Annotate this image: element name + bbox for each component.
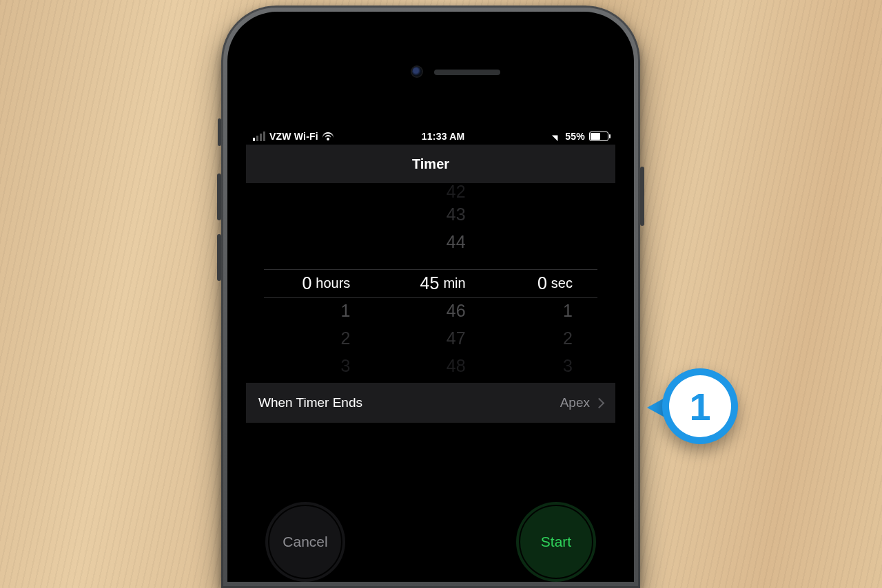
status-time: 11:33 AM [422, 131, 465, 142]
iphone-frame: VZW Wi-Fi 11:33 AM 55% Timer [221, 6, 640, 588]
battery-pct: 55% [565, 131, 585, 142]
when-timer-ends-value: Apex [560, 395, 590, 410]
callout-number: 1 [689, 384, 710, 429]
start-button[interactable]: Start [516, 502, 596, 582]
seconds-unit: sec [551, 275, 573, 291]
minutes-unit: min [443, 275, 465, 291]
seconds-value: 0 [529, 273, 547, 293]
power-button [640, 167, 644, 226]
mute-switch [218, 118, 221, 146]
battery-icon [589, 132, 608, 141]
hours-column[interactable]: 0hours 1 2 3 [264, 183, 375, 383]
cancel-button[interactable]: Cancel [265, 502, 345, 582]
wifi-icon [322, 132, 334, 140]
earpiece [434, 70, 500, 75]
hours-unit: hours [316, 275, 350, 291]
button-row: Cancel Start [246, 451, 615, 582]
minutes-column[interactable]: 42 43 44 45min 46 47 48 [375, 183, 486, 383]
status-bar: VZW Wi-Fi 11:33 AM 55% [246, 128, 615, 145]
volume-up-button [217, 174, 221, 220]
page-title-bar: Timer [246, 145, 615, 183]
carrier-label: VZW Wi-Fi [269, 131, 318, 142]
location-icon [552, 129, 564, 141]
seconds-column[interactable]: 0sec 1 2 3 [486, 183, 597, 383]
front-camera [412, 67, 422, 76]
callout-1: 1 [647, 363, 743, 445]
hours-value: 0 [294, 273, 311, 293]
when-timer-ends-row[interactable]: When Timer Ends Apex [246, 383, 615, 423]
volume-down-button [217, 234, 221, 281]
minutes-value: 45 [413, 273, 439, 293]
cell-signal-icon [253, 132, 265, 141]
page-title: Timer [412, 156, 449, 172]
start-button-label: Start [541, 534, 571, 550]
when-timer-ends-label: When Timer Ends [258, 395, 362, 410]
chevron-right-icon [594, 397, 605, 408]
cancel-button-label: Cancel [283, 534, 327, 550]
screen: VZW Wi-Fi 11:33 AM 55% Timer [246, 128, 615, 582]
time-picker[interactable]: 0hours 1 2 3 42 43 44 45min 46 [246, 183, 615, 383]
